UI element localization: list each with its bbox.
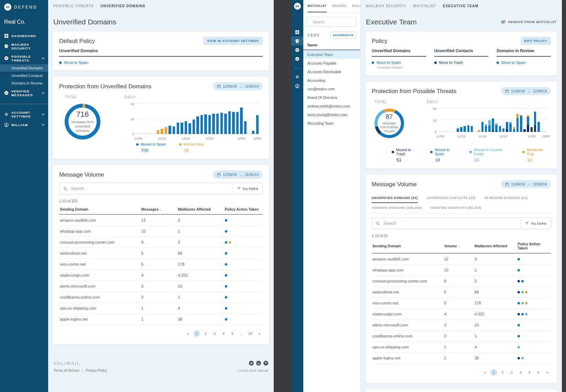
bar[interactable] <box>513 127 515 132</box>
table-row[interactable]: apple-logins.net138 <box>59 314 263 325</box>
bar[interactable] <box>232 112 235 134</box>
table-row[interactable]: weboutlook.net568 <box>59 248 263 259</box>
bar[interactable] <box>531 127 533 132</box>
table-row[interactable]: apple-logins.net138 <box>372 352 551 363</box>
policy-action-label[interactable]: Move to Spam <box>377 60 401 65</box>
brand[interactable]: DEFEND <box>0 0 48 13</box>
table-row[interactable]: vivo-comm.net5178 <box>59 259 263 270</box>
table-row[interactable]: vivo-comm.net5178 <box>372 298 551 309</box>
page-button-33[interactable]: 33 <box>247 330 254 337</box>
date-range-picker[interactable]: 12/06/19 → 11/06/19 <box>213 82 263 90</box>
rail-item-gear-icon[interactable]: ⚙ <box>291 72 303 81</box>
edit-policy-button[interactable]: EDIT POLICY <box>521 37 551 45</box>
bar[interactable] <box>252 131 254 134</box>
table-row[interactable]: weboutlook.net568 <box>372 287 551 298</box>
bar[interactable] <box>204 114 207 134</box>
bar[interactable] <box>228 111 231 134</box>
sidebar-subitem-unverified-contacts[interactable]: Unverified Contacts <box>0 72 48 79</box>
breadcrumb-item[interactable]: POSSIBLE THREATS <box>53 4 94 8</box>
search-input[interactable] <box>313 20 361 24</box>
list-item-erica-young-realco-com[interactable]: erica.young@realco.com <box>303 110 360 119</box>
table-row[interactable]: alerts-microsoft.com310 <box>59 281 263 292</box>
table-row[interactable]: whatspp-app.com101 <box>372 265 551 276</box>
bar[interactable] <box>495 123 498 132</box>
page-button-4[interactable]: 4 <box>517 369 524 376</box>
tab-unverified-contacts-23[interactable]: UNVERIFIED CONTACTS (23) <box>427 193 476 203</box>
bar[interactable] <box>534 112 536 132</box>
table-row[interactable]: alerts-microsoft.com310 <box>372 320 551 331</box>
bar[interactable] <box>502 128 505 132</box>
bar[interactable] <box>520 115 522 132</box>
bar[interactable] <box>244 121 247 134</box>
column-header[interactable]: Sending Domain <box>372 241 443 251</box>
sidebar-subitem-unverified-domains[interactable]: Unverified Domains <box>0 64 48 72</box>
bar[interactable] <box>240 108 242 134</box>
table-row[interactable]: whatspp-app.com101 <box>59 226 263 237</box>
sidebar-subitem-domains-in-review[interactable]: Domains In Review <box>0 79 48 87</box>
bar[interactable] <box>236 112 239 134</box>
list-item-accounting[interactable]: Accounting <box>303 76 360 85</box>
page-button-5[interactable]: 5 <box>526 369 533 376</box>
breadcrumb-item[interactable]: WATCHLIST <box>413 4 436 8</box>
table-row[interactable]: creditkarna-online.com21 <box>372 331 551 341</box>
view-in-account-settings-button[interactable]: VIEW IN ACCOUNT SETTINGS <box>203 37 263 45</box>
page-button-1[interactable]: 1 <box>193 330 200 337</box>
rail-item-check-icon[interactable] <box>291 54 303 63</box>
bar[interactable] <box>256 115 259 134</box>
sidebar-item-dashboard[interactable]: DASHBOARD <box>0 31 48 40</box>
bar[interactable] <box>467 125 470 132</box>
bar[interactable] <box>193 120 195 134</box>
bar[interactable] <box>516 114 519 132</box>
name-column-header[interactable]: Name <box>303 42 360 50</box>
breadcrumb-item[interactable]: MAILBOX SECURITY <box>366 4 406 8</box>
policy-action-label[interactable]: Move to Spam <box>501 60 526 65</box>
table-row[interactable]: ups-us-shipping.com14 <box>372 341 551 352</box>
bar[interactable] <box>177 123 179 134</box>
page-button-3[interactable]: 3 <box>508 369 515 376</box>
date-range-picker[interactable]: 11/06/19 → 12/06/19 <box>501 87 551 95</box>
policy-action-label[interactable]: Move to Trash <box>439 60 463 65</box>
bar[interactable] <box>212 114 215 134</box>
bar[interactable] <box>196 116 199 134</box>
next-page-button[interactable]: › <box>544 369 551 376</box>
terms-link[interactable]: Terms of Service <box>54 369 79 372</box>
rail-item-user-icon[interactable] <box>291 81 303 90</box>
bar[interactable] <box>181 123 183 134</box>
page-button-5[interactable]: 5 <box>229 330 236 337</box>
bar[interactable] <box>485 124 487 132</box>
rail-item-grid-icon[interactable] <box>291 27 303 36</box>
bar[interactable] <box>460 127 462 132</box>
bar[interactable] <box>161 129 163 134</box>
table-row[interactable]: viadocusign.com44,322 <box>372 309 551 320</box>
table-row[interactable]: amazon-audibill.com123 <box>372 254 551 265</box>
sidebar-item-possible-threats[interactable]: POSSIBLE THREATS <box>0 52 48 64</box>
list-item-andrew-smith-realco-com[interactable]: andrew.smith@realco.com <box>303 102 360 110</box>
search-input[interactable] <box>71 186 232 191</box>
list-item-executive-team[interactable]: Executive Team <box>303 50 360 59</box>
previous-page-button[interactable]: ‹ <box>184 330 191 337</box>
tab-watchlist[interactable]: WATCHLIST <box>307 0 327 12</box>
column-header[interactable]: Policy Action Taken <box>224 204 263 214</box>
bar[interactable] <box>492 119 494 132</box>
tab-verified-domains-108-453[interactable]: VERIFIED DOMAINS (108,453) <box>372 203 422 213</box>
bar[interactable] <box>168 126 171 134</box>
bar[interactable] <box>224 114 227 134</box>
bar[interactable] <box>478 130 480 132</box>
rail-item-shield-icon[interactable] <box>291 36 303 45</box>
page-button-4[interactable]: 4 <box>220 330 227 337</box>
list-item-board-of-directors[interactable]: Board Of Directors <box>303 93 360 102</box>
sidebar-item-account-settings[interactable]: ⚙ACCOUNT SETTINGS <box>0 108 48 120</box>
bar[interactable] <box>523 129 526 132</box>
bar[interactable] <box>185 121 187 134</box>
previous-page-button[interactable]: ‹ <box>481 369 488 376</box>
bar[interactable] <box>173 126 175 134</box>
column-header[interactable]: Sending Domain <box>59 204 141 214</box>
date-range-picker[interactable]: 12/06/19 → 11/06/19 <box>213 170 263 179</box>
bar[interactable] <box>457 128 459 132</box>
bar[interactable] <box>464 126 466 132</box>
table-row[interactable]: ups-us-shipping.com14 <box>59 303 263 314</box>
date-range-picker[interactable]: 11/06/19 → 12/06/19 <box>501 180 551 188</box>
linkedin-icon[interactable] <box>256 361 261 366</box>
tab-groups[interactable]: GROUPS <box>332 0 347 12</box>
tab-verified-contacts-50-333[interactable]: VERIFIED CONTACTS (50,333) <box>431 203 482 213</box>
